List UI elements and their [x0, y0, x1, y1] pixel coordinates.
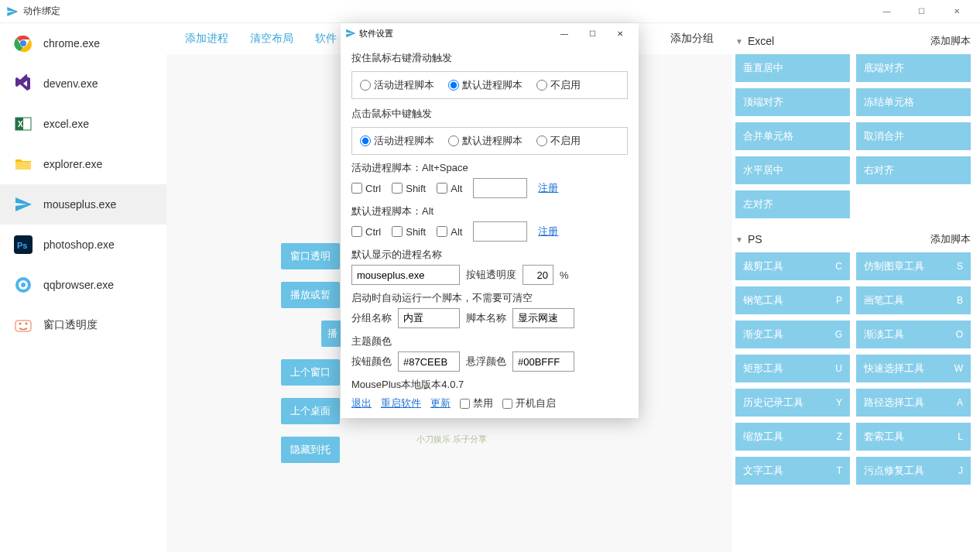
- default-proc-input[interactable]: [351, 265, 460, 285]
- script-button[interactable]: 钢笔工具P: [735, 286, 850, 314]
- script-button[interactable]: 右对齐: [856, 156, 971, 184]
- as-ctrl-check[interactable]: Ctrl: [351, 183, 381, 194]
- as-register-link[interactable]: 注册: [538, 181, 558, 195]
- action-play-pause[interactable]: 播放或暂: [281, 282, 340, 308]
- settings-minimize[interactable]: —: [550, 23, 578, 43]
- script-name-label: 脚本名称: [466, 311, 506, 325]
- hover-color-input[interactable]: [512, 351, 574, 372]
- group-name-input[interactable]: [398, 308, 460, 328]
- process-item-1[interactable]: devenv.exe: [0, 63, 166, 104]
- script-name-input[interactable]: [512, 308, 574, 328]
- script-button[interactable]: 仿制图章工具S: [856, 252, 971, 280]
- mc-default-radio[interactable]: 默认进程脚本: [448, 134, 523, 148]
- as-shift-check[interactable]: Shift: [392, 183, 426, 194]
- add-process-link[interactable]: 添加进程: [185, 32, 228, 46]
- script-hotkey: S: [957, 261, 963, 272]
- script-button[interactable]: 渐变工具G: [735, 321, 850, 348]
- close-button[interactable]: ✕: [939, 0, 974, 23]
- update-link[interactable]: 更新: [430, 396, 451, 410]
- script-button[interactable]: 合并单元格: [735, 122, 850, 150]
- ds-shift-check[interactable]: Shift: [392, 226, 426, 238]
- default-proc-row: 按钮透明度 %: [351, 265, 628, 285]
- script-button[interactable]: 快速选择工具W: [856, 355, 971, 382]
- script-button[interactable]: 冻结单元格: [856, 88, 971, 116]
- script-button[interactable]: 套索工具L: [856, 423, 971, 451]
- process-item-3[interactable]: explorer.exe: [0, 144, 166, 184]
- rc-disable-radio[interactable]: 不启用: [536, 78, 581, 92]
- theme-label: 主题颜色: [351, 334, 628, 348]
- ds-ctrl-check[interactable]: Ctrl: [351, 226, 381, 238]
- script-button[interactable]: 缩放工具Z: [735, 423, 850, 451]
- minimize-button[interactable]: —: [869, 0, 904, 23]
- script-button[interactable]: 水平居中: [735, 156, 850, 184]
- process-item-0[interactable]: chrome.exe: [0, 23, 166, 63]
- script-grid: 垂直居中底端对齐顶端对齐冻结单元格合并单元格取消合并水平居中右对齐左对齐: [735, 54, 971, 218]
- script-button[interactable]: 画笔工具B: [856, 286, 971, 314]
- add-script-link[interactable]: 添加脚本: [930, 232, 971, 246]
- rc-default-radio[interactable]: 默认进程脚本: [448, 78, 523, 92]
- script-button[interactable]: 文字工具T: [735, 457, 850, 485]
- script-panel: ▼Excel添加脚本垂直居中底端对齐顶端对齐冻结单元格合并单元格取消合并水平居中…: [732, 23, 980, 552]
- btn-color-input[interactable]: [398, 351, 460, 372]
- script-button[interactable]: 左对齐: [735, 190, 850, 218]
- startup-label: 启动时自动运行一个脚本，不需要可清空: [351, 291, 628, 305]
- process-icon: Ps: [14, 235, 33, 254]
- action-prev-window[interactable]: 上个窗口: [281, 359, 340, 386]
- script-button[interactable]: 渐淡工具O: [856, 321, 971, 348]
- action-hide-tray[interactable]: 隐藏到托: [281, 437, 340, 463]
- script-button[interactable]: 垂直居中: [735, 54, 850, 82]
- script-label: 套索工具: [864, 430, 904, 444]
- script-button[interactable]: 路径选择工具A: [856, 389, 971, 417]
- bottom-row: 退出 重启软件 更新 禁用 开机自启: [351, 396, 628, 410]
- maximize-button[interactable]: ☐: [904, 0, 939, 23]
- script-button[interactable]: 矩形工具U: [735, 355, 850, 382]
- add-group-link[interactable]: 添加分组: [670, 32, 714, 46]
- script-button[interactable]: 历史记录工具Y: [735, 389, 850, 417]
- restart-link[interactable]: 重启软件: [381, 396, 421, 410]
- ds-key-input[interactable]: [473, 221, 527, 242]
- process-item-6[interactable]: qqbrowser.exe: [0, 265, 166, 305]
- clear-layout-link[interactable]: 清空布局: [250, 32, 293, 46]
- as-alt-check[interactable]: Alt: [437, 183, 462, 194]
- svg-text:Ps: Ps: [17, 241, 27, 250]
- active-script-label: 活动进程脚本：Alt+Space: [351, 161, 628, 175]
- script-button[interactable]: 顶端对齐: [735, 88, 850, 116]
- process-label: excel.exe: [43, 118, 89, 130]
- mc-disable-radio[interactable]: 不启用: [536, 134, 581, 148]
- header-item-3[interactable]: 软件: [315, 32, 337, 46]
- group-name-label: 分组名称: [351, 311, 392, 325]
- opacity-label: 按钮透明度: [466, 268, 516, 282]
- group-header-ps[interactable]: ▼PS添加脚本: [735, 226, 971, 252]
- process-item-7[interactable]: 窗口透明度: [0, 305, 166, 345]
- process-item-5[interactable]: Psphotoshop.exe: [0, 225, 166, 265]
- chevron-down-icon: ▼: [735, 37, 743, 46]
- opacity-input[interactable]: [523, 265, 553, 285]
- disable-check[interactable]: 禁用: [460, 396, 493, 410]
- process-item-2[interactable]: Xexcel.exe: [0, 104, 166, 144]
- ds-alt-check[interactable]: Alt: [437, 226, 462, 238]
- settings-maximize[interactable]: ☐: [578, 23, 606, 43]
- group-header-excel[interactable]: ▼Excel添加脚本: [735, 28, 971, 54]
- mc-active-radio[interactable]: 活动进程脚本: [360, 134, 434, 148]
- script-button[interactable]: 裁剪工具C: [735, 252, 850, 280]
- settings-title: 软件设置: [359, 28, 550, 39]
- settings-close[interactable]: ✕: [606, 23, 634, 43]
- as-key-input[interactable]: [473, 178, 527, 198]
- add-script-link[interactable]: 添加脚本: [930, 34, 971, 48]
- action-window-transparency[interactable]: 窗口透明: [281, 243, 340, 269]
- process-icon: [14, 276, 33, 294]
- process-item-4[interactable]: mouseplus.exe: [0, 184, 166, 225]
- rc-active-radio[interactable]: 活动进程脚本: [360, 78, 434, 92]
- process-label: qqbrowser.exe: [43, 279, 114, 291]
- script-button[interactable]: 底端对齐: [856, 54, 971, 82]
- script-button[interactable]: 污点修复工具J: [856, 457, 971, 485]
- script-label: 缩放工具: [743, 430, 783, 444]
- exit-link[interactable]: 退出: [351, 396, 372, 410]
- window-title: 动作绑定: [23, 5, 869, 18]
- settings-titlebar[interactable]: 软件设置 — ☐ ✕: [341, 23, 639, 43]
- autostart-check[interactable]: 开机自启: [502, 396, 556, 410]
- action-prev-desktop[interactable]: 上个桌面: [281, 398, 340, 424]
- ds-register-link[interactable]: 注册: [538, 225, 558, 238]
- script-button[interactable]: 取消合并: [856, 122, 971, 150]
- settings-dialog: 软件设置 — ☐ ✕ 按住鼠标右键滑动触发 活动进程脚本 默认进程脚本 不启用 …: [341, 23, 639, 418]
